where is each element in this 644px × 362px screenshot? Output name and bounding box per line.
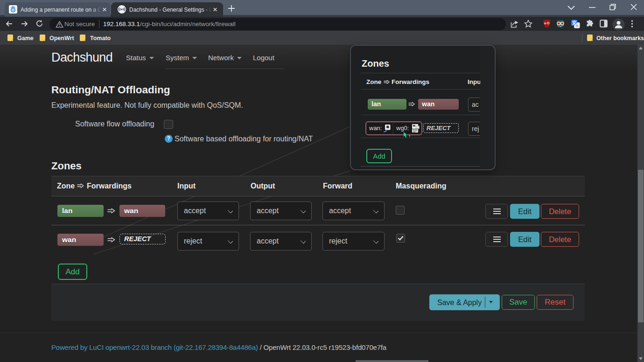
svg-text:O: O — [546, 21, 549, 25]
svg-text:u: u — [544, 21, 546, 25]
svg-text:A: A — [576, 23, 579, 28]
